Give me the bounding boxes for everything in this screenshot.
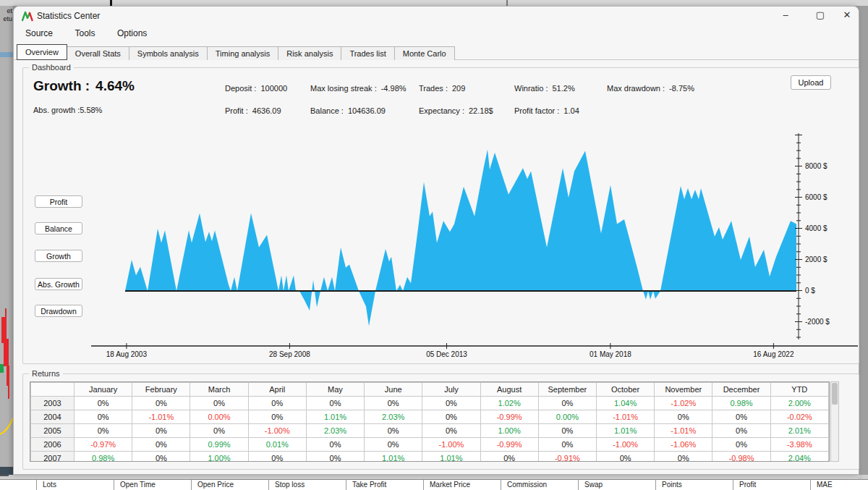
maximize-button[interactable]: ▢: [812, 9, 828, 22]
bottom-column-open-price[interactable]: Open Price: [191, 480, 268, 490]
returns-column-header: June: [365, 383, 422, 397]
tab-symbols-analysis[interactable]: Symbols analysis: [129, 46, 208, 60]
returns-cell: 0%: [132, 424, 190, 438]
upload-button[interactable]: Upload: [791, 75, 831, 90]
returns-cell: -1.00%: [248, 424, 306, 438]
chart-button-growth[interactable]: Growth: [35, 250, 82, 262]
tab-trades-list[interactable]: Trades list: [341, 46, 394, 60]
deposit-label: Deposit :: [225, 84, 256, 93]
tab-monte-carlo[interactable]: Monte Carlo: [394, 46, 455, 60]
returns-column-header: April: [248, 383, 306, 397]
returns-year: 2005: [31, 424, 75, 438]
svg-text:6000 $: 6000 $: [805, 193, 827, 201]
max-losing-streak-value: -4.98%: [381, 84, 407, 93]
stat-column: Winratio :51.2% Profit factor :1.04: [514, 84, 579, 129]
menu-tools[interactable]: Tools: [67, 25, 102, 38]
svg-text:05 Dec 2013: 05 Dec 2013: [426, 350, 467, 358]
returns-cell: 0.98%: [712, 397, 770, 410]
returns-cell: 0%: [655, 452, 712, 462]
returns-cell: 0%: [712, 438, 770, 452]
returns-cell: 0%: [306, 438, 364, 452]
title-bar[interactable]: Statistics Center – ▢ ✕: [14, 7, 859, 25]
resize-grip[interactable]: .::: [858, 474, 867, 479]
svg-text:0 $: 0 $: [805, 287, 815, 295]
max-drawdown-value: -8.75%: [669, 84, 694, 93]
returns-cell: 0%: [538, 438, 596, 452]
svg-text:4000 $: 4000 $: [805, 224, 827, 232]
menu-bar: Source Tools Options: [14, 25, 859, 43]
returns-cell: 0%: [75, 410, 132, 424]
svg-text:28 Sep 2008: 28 Sep 2008: [269, 350, 310, 358]
returns-column-header: [31, 383, 75, 397]
returns-cell: -1.00%: [422, 438, 480, 452]
returns-group-label: Returns: [29, 369, 63, 378]
chart-button-abs-growth[interactable]: Abs. Growth: [35, 278, 82, 290]
background-text: etu: [3, 15, 12, 22]
returns-cell: 0%: [480, 452, 538, 462]
returns-cell: 0%: [422, 397, 480, 410]
deposit-value: 100000: [260, 84, 287, 93]
bottom-column-swap[interactable]: Swap: [578, 480, 655, 490]
close-button[interactable]: ✕: [839, 9, 855, 22]
returns-cell: 1.04%: [596, 397, 654, 410]
returns-cell: -1.00%: [596, 438, 654, 452]
bottom-column-profit[interactable]: Profit: [733, 480, 810, 490]
returns-cell: 0%: [306, 452, 364, 462]
returns-cell: -0.97%: [75, 438, 132, 452]
svg-text:-2000 $: -2000 $: [805, 318, 830, 326]
tab-risk-analysis[interactable]: Risk analysis: [278, 46, 341, 60]
candlestick-red: [4, 339, 9, 366]
bottom-column-stop-loss[interactable]: Stop loss: [268, 480, 346, 490]
bottom-column-commission[interactable]: Commission: [501, 480, 578, 490]
bottom-column-open-time[interactable]: Open Time: [114, 480, 191, 490]
returns-cell: 0%: [190, 397, 248, 410]
returns-year: 2004: [31, 410, 75, 424]
returns-cell: 0%: [132, 452, 190, 462]
returns-scrollbar[interactable]: [830, 381, 839, 462]
bottom-column-mae[interactable]: MAE: [810, 480, 868, 490]
max-losing-streak-label: Max losing streak :: [310, 84, 377, 93]
returns-cell: -1.02%: [655, 397, 712, 410]
window-title: Statistics Center: [37, 11, 100, 21]
returns-column-header: September: [538, 383, 596, 397]
returns-cell: 1.00%: [480, 424, 538, 438]
returns-cell: 0.00%: [190, 410, 248, 424]
svg-text:8000 $: 8000 $: [805, 162, 827, 170]
bottom-column-take-profit[interactable]: Take Profit: [346, 480, 423, 490]
menu-source[interactable]: Source: [18, 25, 60, 38]
background-dark-panel: [0, 467, 13, 475]
returns-cell: -0.99%: [480, 410, 538, 424]
growth-label: Growth :: [33, 78, 90, 93]
returns-cell: 0%: [655, 410, 712, 424]
tab-timing-analysis[interactable]: Timing analysis: [207, 46, 278, 60]
returns-cell: 0%: [190, 424, 248, 438]
winratio-label: Winratio :: [514, 84, 548, 93]
returns-cell: 0%: [365, 397, 422, 410]
returns-cell: 0.98%: [75, 452, 132, 462]
profit-factor-label: Profit factor :: [514, 106, 559, 115]
abs-growth-label: Abs. growth :: [33, 106, 80, 114]
growth-value: 4.64%: [95, 78, 135, 93]
bottom-column-lots[interactable]: Lots: [36, 480, 114, 490]
bottom-column-points[interactable]: Points: [655, 480, 733, 490]
chart-button-profit[interactable]: Profit: [35, 195, 82, 208]
bottom-column-market-price[interactable]: Market Price: [423, 480, 501, 490]
returns-column-header: March: [190, 383, 248, 397]
scrollbar-thumb[interactable]: [832, 383, 838, 405]
svg-text:01 May 2018: 01 May 2018: [590, 350, 631, 358]
returns-cell: 0%: [75, 424, 132, 438]
tab-overall-stats[interactable]: Overall Stats: [67, 46, 129, 60]
returns-cell: 1.01%: [422, 452, 480, 462]
returns-cell: 0.01%: [248, 438, 306, 452]
menu-options[interactable]: Options: [110, 25, 154, 38]
chart-button-drawdown[interactable]: Drawdown: [35, 305, 82, 317]
chart-button-balance[interactable]: Balance: [35, 222, 82, 235]
returns-cell: 0.00%: [538, 410, 596, 424]
returns-cell: 0%: [248, 410, 306, 424]
returns-column-header: November: [655, 383, 712, 397]
returns-cell: 0%: [248, 452, 306, 462]
tab-overview[interactable]: Overview: [17, 44, 67, 60]
chart-x-axis: 18 Aug 200328 Sep 200805 Dec 201301 May …: [86, 343, 867, 365]
trades-label: Trades :: [419, 84, 448, 93]
minimize-button[interactable]: –: [778, 9, 793, 22]
